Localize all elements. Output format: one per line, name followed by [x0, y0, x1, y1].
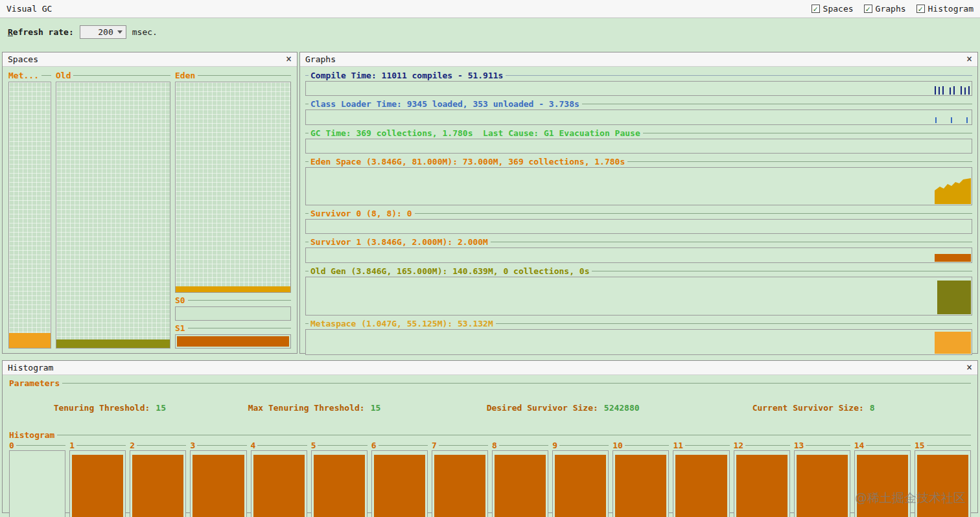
- histogram-bin-fill: [675, 455, 727, 517]
- histogram-bin-fill: [434, 455, 485, 517]
- histogram-bin-fill: [797, 455, 848, 517]
- eden-space-graph: [305, 167, 972, 205]
- histogram-bin-header: 6: [371, 441, 428, 450]
- parameters-group-header: Parameters: [9, 378, 971, 388]
- histogram-bin-box: [854, 450, 911, 517]
- histogram-panel-titlebar: Histogram ×: [3, 361, 977, 375]
- eden-usage-area-icon: [935, 167, 971, 204]
- histogram-bin-header: 2: [130, 441, 186, 450]
- refresh-rate-select[interactable]: 200: [80, 25, 126, 39]
- close-icon[interactable]: ×: [966, 363, 972, 373]
- old-usage-fill: [56, 339, 170, 348]
- survivor-0-graph: [305, 219, 972, 234]
- histogram-bin-label: 13: [794, 441, 804, 450]
- histogram-bin: 8: [492, 441, 548, 517]
- parameters-group-label: Parameters: [9, 378, 60, 388]
- param-desired-survivor-size: Desired Survivor Size:5242880: [446, 393, 712, 422]
- histogram-bin-label: 7: [432, 441, 437, 450]
- histogram-bin: 9: [552, 441, 609, 517]
- histogram-bin-label: 1: [69, 441, 75, 450]
- histogram-bin-fill: [615, 455, 666, 517]
- metaspace-column-header: Met...: [8, 70, 51, 80]
- compile-time-label: Compile Time: 11011 compiles - 51.911s: [310, 71, 506, 80]
- histogram-content: Parameters Tenuring Threshold:15 Max Ten…: [3, 375, 977, 512]
- histogram-bin-header: 12: [734, 441, 790, 450]
- eden-column-label: Eden: [175, 71, 195, 80]
- old-column-header: Old: [56, 70, 170, 80]
- spaces-content: Met... Old Eden: [3, 67, 297, 353]
- histogram-bin-header: 11: [673, 441, 729, 450]
- metaspace-column: Met...: [8, 70, 51, 349]
- histogram-bin-fill: [314, 455, 365, 517]
- s0-label: S0: [175, 295, 185, 305]
- survivor-1-title: Survivor 1 (3.846G, 2.000M): 2.000M: [305, 236, 972, 247]
- histogram-bin-box: [69, 450, 126, 517]
- compile-time-graph: [305, 81, 972, 96]
- checkbox-spaces[interactable]: ✓ Spaces: [811, 4, 854, 14]
- histogram-bin-box: [612, 450, 669, 517]
- histogram-bin-header: 10: [612, 441, 669, 450]
- histogram-bin-box: [492, 450, 548, 517]
- histogram-bin-label: 10: [612, 441, 623, 450]
- histogram-bin-label: 12: [734, 441, 744, 450]
- histogram-bin-fill: [374, 455, 425, 517]
- survivor-0-title: Survivor 0 (8, 8): 0: [305, 208, 972, 219]
- histogram-bin-header: 13: [794, 441, 850, 450]
- eden-usage-fill: [176, 286, 290, 292]
- checkbox-spaces-label: Spaces: [823, 4, 854, 14]
- survivor-1-usage-bar: [935, 254, 971, 262]
- gc-time-title: GC Time: 369 collections, 1.780s Last Ca…: [305, 128, 972, 139]
- histogram-bin-label: 15: [915, 441, 925, 450]
- compile-time-title: Compile Time: 11011 compiles - 51.911s: [305, 70, 972, 81]
- parameters-row: Tenuring Threshold:15 Max Tenuring Thres…: [9, 388, 971, 430]
- histogram-bin-label: 6: [371, 441, 377, 450]
- old-gen-usage-bar: [937, 281, 971, 314]
- gc-time-label: GC Time: 369 collections, 1.780s Last Ca…: [310, 128, 643, 138]
- histogram-panel-title: Histogram: [8, 363, 53, 373]
- refresh-rate-unit: msec.: [132, 27, 158, 37]
- histogram-bin-label: 14: [854, 441, 865, 450]
- class-loader-title: Class Loader Time: 9345 loaded, 353 unlo…: [305, 98, 972, 109]
- survivor-1-label: Survivor 1 (3.846G, 2.000M): 2.000M: [310, 237, 491, 247]
- compile-activity-spikes-icon: [935, 86, 970, 95]
- class-loader-graph: [305, 109, 972, 125]
- graph-row-survivor-1: Survivor 1 (3.846G, 2.000M): 2.000M: [305, 236, 972, 266]
- histogram-bin-box: [311, 450, 368, 517]
- histogram-bin-header: 1: [69, 441, 126, 450]
- checkbox-graphs[interactable]: ✓ Graphs: [864, 4, 906, 14]
- app-title: Visual GC: [6, 4, 52, 14]
- close-icon[interactable]: ×: [286, 54, 292, 64]
- graph-row-gc-time: GC Time: 369 collections, 1.780s Last Ca…: [305, 128, 972, 156]
- histogram-bin-header: 15: [915, 441, 971, 450]
- refresh-rate-value: 200: [98, 27, 117, 37]
- old-gen-graph: [305, 277, 972, 316]
- histogram-bin-fill: [736, 455, 788, 517]
- s0-usage-box: [175, 306, 291, 321]
- histogram-bin: 7: [432, 441, 488, 517]
- histogram-bin: 10: [612, 441, 669, 517]
- histogram-bin-box: [9, 450, 65, 517]
- histogram-bin: 3: [190, 441, 246, 517]
- histogram-bin-box: [371, 450, 428, 517]
- param-tenuring-threshold: Tenuring Threshold:15: [13, 393, 207, 422]
- histogram-bin-header: 7: [432, 441, 488, 450]
- old-usage-box: [56, 82, 170, 349]
- histogram-bin-box: [915, 450, 971, 517]
- histogram-bin-header: 4: [251, 441, 307, 450]
- histogram-bin-label: 0: [9, 441, 14, 450]
- histogram-bin-label: 4: [251, 441, 256, 450]
- survivor-1-graph: [305, 247, 972, 263]
- histogram-bin-fill: [253, 455, 305, 517]
- histogram-bin-fill: [192, 455, 244, 517]
- checkbox-histogram[interactable]: ✓ Histogram: [916, 4, 974, 14]
- histogram-bin-box: [251, 450, 307, 517]
- histogram-bin-fill: [917, 455, 968, 517]
- close-icon[interactable]: ×: [966, 54, 972, 64]
- graph-row-metaspace: Metaspace (1.047G, 55.125M): 53.132M: [305, 318, 972, 358]
- view-toggles: ✓ Spaces ✓ Graphs ✓ Histogram: [811, 4, 974, 14]
- checkbox-checked-icon: ✓: [916, 5, 925, 13]
- s1-header: S1: [175, 323, 291, 333]
- graphs-panel-title: Graphs: [305, 54, 336, 64]
- gc-time-graph: [305, 139, 972, 154]
- histogram-bin-header: 0: [9, 441, 65, 450]
